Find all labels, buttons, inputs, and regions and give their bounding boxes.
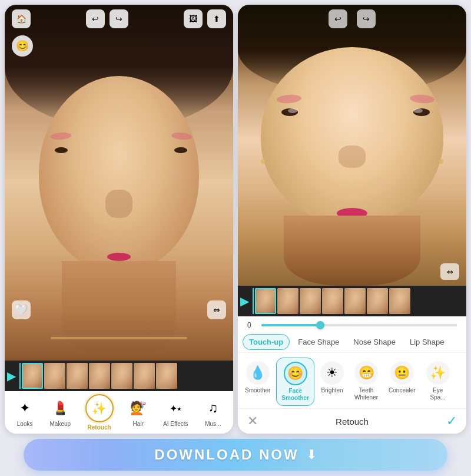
right-film-thumb-3[interactable] xyxy=(300,288,321,314)
slider-value: 0 xyxy=(247,321,257,329)
right-redo-button[interactable]: ↪ xyxy=(357,9,376,28)
play-button[interactable]: ▶ xyxy=(7,369,16,383)
tool-concealer[interactable]: 😐 Concealer xyxy=(384,358,420,406)
tab-nose-shape[interactable]: Nose Shape xyxy=(347,335,402,349)
film-thumb-7[interactable] xyxy=(156,363,177,389)
tool-ai-effects[interactable]: ✦⭑ AI Effects xyxy=(160,395,192,429)
right-panel: ↩ ↪ ⇔ ▶ 0 xyxy=(238,5,466,434)
action-bar: ✕ Retouch ✓ xyxy=(238,408,466,434)
brighten-label: Brighten xyxy=(321,387,343,394)
film-thumb-5[interactable] xyxy=(111,363,132,389)
retouch-icon: ✨ xyxy=(85,394,114,422)
share-button[interactable]: ⬆ xyxy=(207,9,226,28)
makeup-label: Makeup xyxy=(50,421,71,427)
left-toolbar: 🏠 ↩ ↪ 🖼 ⬆ xyxy=(5,9,233,28)
slider-fill xyxy=(261,324,320,326)
avatar-button[interactable]: 😊 xyxy=(12,35,33,57)
download-label: DOWNLOAD NOW xyxy=(154,447,298,463)
panels-row: 🏠 ↩ ↪ 🖼 ⬆ 😊 🤍 ⇔ xyxy=(0,0,471,434)
music-label: Mus... xyxy=(205,421,221,427)
tab-touchup[interactable]: Touch-up xyxy=(243,334,290,350)
concealer-icon: 😐 xyxy=(390,361,414,385)
home-button[interactable]: 🏠 xyxy=(12,9,31,28)
tool-smoother[interactable]: 💧 Smoother xyxy=(240,358,275,406)
download-bar: DOWNLOAD NOW ⬇ xyxy=(14,434,457,476)
left-panel: 🏠 ↩ ↪ 🖼 ⬆ 😊 🤍 ⇔ xyxy=(5,5,233,434)
right-film-thumb-6[interactable] xyxy=(367,288,388,314)
film-thumb-1[interactable] xyxy=(22,363,43,389)
tool-eye-sparkle[interactable]: ✨ EyeSpa... xyxy=(422,358,455,406)
right-toolbar: ↩ ↪ xyxy=(238,9,466,28)
ai-effects-label: AI Effects xyxy=(163,421,188,427)
smoother-label: Smoother xyxy=(245,387,270,394)
right-filmstrip: ▶ xyxy=(238,286,466,316)
app-container: 🏠 ↩ ↪ 🖼 ⬆ 😊 🤍 ⇔ xyxy=(0,0,471,476)
slider-thumb[interactable] xyxy=(316,321,324,329)
music-icon: ♫ xyxy=(203,398,224,419)
tool-looks[interactable]: ✦ Looks xyxy=(11,395,39,429)
left-bottom-toolbar: ✦ Looks 💄 Makeup ✨ Retouch 💇 Hair ✦⭑ xyxy=(5,391,233,434)
right-film-thumb-1[interactable] xyxy=(255,288,276,314)
right-play-button[interactable]: ▶ xyxy=(240,294,249,308)
left-face-photo xyxy=(5,5,233,361)
concealer-label: Concealer xyxy=(389,387,416,394)
tool-teeth-whitener[interactable]: 😁 TeethWhitener xyxy=(350,358,383,406)
tools-scroll: 💧 Smoother 😊 FaceSmoother ☀ Brighten xyxy=(238,353,466,408)
film-thumb-6[interactable] xyxy=(134,363,155,389)
makeup-icon: 💄 xyxy=(49,398,71,419)
film-thumb-3[interactable] xyxy=(67,363,88,389)
eye-sparkle-icon: ✨ xyxy=(426,361,450,385)
tab-lip-shape[interactable]: Lip Shape xyxy=(404,335,450,349)
action-title: Retouch xyxy=(336,416,369,427)
tool-makeup[interactable]: 💄 Makeup xyxy=(46,395,74,429)
download-icon: ⬇ xyxy=(306,447,317,462)
film-thumb-2[interactable] xyxy=(44,363,65,389)
teeth-whitener-label: TeethWhitener xyxy=(354,387,378,401)
eye-sparkle-label: EyeSpa... xyxy=(430,387,446,401)
right-photo-area: ↩ ↪ ⇔ xyxy=(238,5,466,286)
right-film-thumb-4[interactable] xyxy=(322,288,343,314)
hair-label: Hair xyxy=(133,421,144,427)
tabs-row: Touch-up Face Shape Nose Shape Lip Shape xyxy=(238,332,466,353)
teeth-whitener-icon: 😁 xyxy=(354,361,378,385)
slider-track[interactable] xyxy=(261,324,457,326)
face-smoother-icon: 😊 xyxy=(284,362,307,385)
right-controls: 0 Touch-up Face Shape Nose Shape Lip Sha… xyxy=(238,316,466,434)
cancel-button[interactable]: ✕ xyxy=(247,414,258,429)
right-compare-button[interactable]: ⇔ xyxy=(440,263,459,280)
left-photo-area: 🏠 ↩ ↪ 🖼 ⬆ 😊 🤍 ⇔ xyxy=(5,5,233,361)
retouch-label: Retouch xyxy=(88,424,111,431)
right-film-thumb-2[interactable] xyxy=(277,288,298,314)
tool-music[interactable]: ♫ Mus... xyxy=(199,395,227,429)
tool-brighten[interactable]: ☀ Brighten xyxy=(316,358,349,406)
slider-area: 0 xyxy=(238,316,466,332)
right-face-photo xyxy=(238,5,466,286)
smoother-icon: 💧 xyxy=(246,361,270,385)
redo-button[interactable]: ↪ xyxy=(110,9,128,28)
face-smoother-label: FaceSmoother xyxy=(281,388,309,402)
left-filmstrip: ▶ xyxy=(5,361,233,391)
confirm-button[interactable]: ✓ xyxy=(446,414,457,429)
film-thumb-4[interactable] xyxy=(89,363,110,389)
right-film-thumb-7[interactable] xyxy=(389,288,410,314)
tool-retouch[interactable]: ✨ Retouch xyxy=(82,392,117,433)
compare-button[interactable]: ⇔ xyxy=(207,300,226,319)
looks-label: Looks xyxy=(17,421,33,427)
tool-face-smoother[interactable]: 😊 FaceSmoother xyxy=(276,358,314,406)
download-button[interactable]: DOWNLOAD NOW ⬇ xyxy=(24,439,447,471)
right-undo-button[interactable]: ↩ xyxy=(329,9,347,28)
ai-effects-icon: ✦⭑ xyxy=(165,398,186,419)
right-film-thumb-5[interactable] xyxy=(344,288,366,314)
hair-icon: 💇 xyxy=(128,398,149,419)
looks-icon: ✦ xyxy=(14,398,35,419)
tab-face-shape[interactable]: Face Shape xyxy=(292,335,345,349)
heart-button[interactable]: 🤍 xyxy=(12,300,31,319)
brighten-icon: ☀ xyxy=(320,361,344,385)
tool-hair[interactable]: 💇 Hair xyxy=(124,395,152,429)
gallery-button[interactable]: 🖼 xyxy=(184,9,203,28)
undo-button[interactable]: ↩ xyxy=(86,9,105,28)
